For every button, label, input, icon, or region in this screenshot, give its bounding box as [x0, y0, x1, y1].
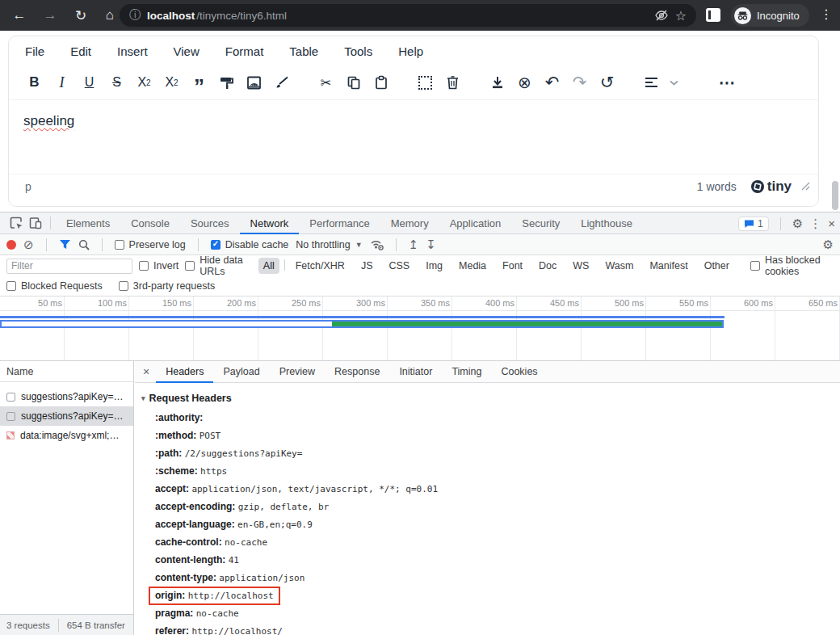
delete-icon[interactable] — [442, 72, 464, 94]
filter-input[interactable] — [6, 259, 132, 274]
checkbox-unchecked[interactable] — [6, 281, 16, 291]
request-row[interactable]: suggestions?apiKey=… — [0, 387, 133, 406]
paste-icon[interactable] — [370, 72, 392, 94]
request-row[interactable]: data:image/svg+xml;… — [0, 426, 133, 445]
filter-pill[interactable]: Font — [498, 258, 527, 274]
site-info-icon[interactable]: ⓘ — [129, 8, 141, 23]
filter-pill[interactable]: CSS — [384, 258, 414, 274]
align-left-icon[interactable] — [640, 72, 662, 94]
editor-menu-item[interactable]: Format — [225, 44, 264, 58]
insert-media-icon[interactable] — [243, 72, 265, 94]
select-all-icon[interactable] — [414, 72, 436, 94]
filter-pill[interactable]: Doc — [534, 258, 561, 274]
filter-pill[interactable]: WS — [568, 258, 594, 274]
eye-off-icon[interactable] — [654, 8, 669, 23]
underline-button[interactable]: U — [78, 72, 100, 94]
headers-content[interactable]: ▾ Request Headers :authority: — [135, 384, 830, 635]
editor-menu-item[interactable]: Help — [398, 44, 423, 58]
has-blocked-cookies-checkbox[interactable]: Has blocked cookies — [750, 254, 834, 277]
editor-menu-item[interactable]: File — [25, 44, 44, 58]
element-path[interactable]: p — [25, 180, 32, 193]
clear-icon[interactable]: ⊘ — [23, 238, 34, 252]
copy-icon[interactable] — [342, 72, 364, 94]
devtools-tab[interactable]: Sources — [180, 212, 240, 234]
filter-pill[interactable]: All — [258, 258, 279, 274]
disable-cache-checkbox[interactable]: Disable cache — [211, 239, 289, 250]
resize-handle[interactable] — [801, 182, 810, 191]
undo-icon[interactable]: ↶ — [541, 72, 563, 94]
reload-button[interactable]: ↻ — [71, 6, 90, 25]
filter-pill[interactable]: Fetch/XHR — [291, 258, 350, 274]
more-button[interactable]: ⋯ — [716, 72, 738, 94]
request-row[interactable]: suggestions?apiKey=… — [0, 406, 133, 426]
export-icon[interactable] — [486, 72, 508, 94]
requests-column-header[interactable]: Name — [0, 361, 133, 382]
filter-pill[interactable]: JS — [356, 258, 378, 274]
issues-badge[interactable]: 1 — [738, 217, 769, 231]
record-button[interactable] — [6, 240, 16, 250]
devtools-tab[interactable]: Elements — [56, 212, 120, 234]
third-party-requests-checkbox[interactable]: 3rd-party requests — [119, 280, 215, 292]
devtools-tab[interactable]: Network — [240, 212, 300, 234]
address-bar[interactable]: ⓘ localhost /tinymce/tiny6.html ☆ — [120, 4, 696, 27]
strikethrough-button[interactable]: S — [106, 72, 128, 94]
back-button[interactable]: ← — [10, 6, 29, 25]
editor-menu-item[interactable]: Insert — [117, 44, 148, 58]
checkbox-unchecked[interactable] — [115, 240, 124, 250]
page-scrollbar[interactable] — [832, 181, 838, 210]
highlight-brush-icon[interactable] — [271, 72, 292, 94]
details-tab[interactable]: Cookies — [491, 361, 547, 383]
invert-checkbox[interactable]: Invert — [139, 260, 178, 271]
blockquote-button[interactable]: ” — [188, 72, 210, 94]
subscript-button[interactable]: X2 — [133, 72, 155, 94]
details-tab[interactable]: Preview — [270, 361, 325, 383]
filter-pill[interactable]: Media — [454, 258, 491, 274]
misspelled-word[interactable]: speeling — [23, 113, 74, 128]
devtools-close-icon[interactable]: × — [828, 217, 835, 230]
filter-pill[interactable]: Wasm — [600, 258, 638, 274]
details-tab[interactable]: Initiator — [389, 361, 442, 383]
filter-pill[interactable]: Other — [699, 258, 734, 274]
devtools-tab[interactable]: Lighthouse — [570, 212, 643, 234]
cut-icon[interactable]: ✂ — [315, 72, 337, 94]
network-settings-icon[interactable]: ⚙ — [823, 238, 834, 252]
editor-menu-item[interactable]: Tools — [344, 44, 372, 58]
editor-menu-item[interactable]: Edit — [70, 44, 91, 58]
editor-menu-item[interactable]: Table — [289, 44, 318, 58]
checkbox-unchecked[interactable] — [750, 261, 760, 271]
details-tab[interactable]: Payload — [213, 361, 269, 383]
hide-data-urls-checkbox[interactable]: Hide data URLs — [185, 254, 252, 277]
network-conditions-icon[interactable] — [370, 239, 384, 250]
disclosure-triangle-icon[interactable]: ▾ — [141, 394, 145, 402]
checkbox-checked[interactable] — [211, 240, 220, 250]
device-toolbar-icon[interactable] — [26, 215, 45, 231]
filter-pill[interactable]: Manifest — [645, 258, 692, 274]
restore-draft-icon[interactable]: ↺ — [596, 72, 618, 94]
editor-menu-item[interactable]: View — [174, 44, 200, 58]
devtools-tab[interactable]: Application — [439, 212, 512, 234]
filter-pill[interactable]: Img — [421, 258, 447, 274]
devtools-menu-icon[interactable]: ⋮ — [809, 217, 821, 231]
tiny-branding[interactable]: tiny — [751, 179, 792, 195]
details-close-icon[interactable]: × — [143, 365, 149, 378]
superscript-button[interactable]: X2 — [161, 72, 183, 94]
export-har-icon[interactable]: ↧ — [426, 238, 436, 252]
checkbox-unchecked[interactable] — [139, 261, 149, 271]
chevron-down-icon[interactable] — [668, 72, 679, 94]
home-button[interactable]: ⌂ — [100, 6, 120, 25]
search-icon[interactable] — [78, 239, 90, 250]
redo-icon[interactable]: ↷ — [569, 72, 590, 94]
devtools-tab[interactable]: Security — [511, 212, 570, 234]
word-count[interactable]: 1 words — [697, 180, 737, 193]
italic-button[interactable]: I — [51, 72, 73, 94]
bold-button[interactable]: B — [23, 72, 45, 94]
devtools-tab[interactable]: Performance — [299, 212, 380, 234]
side-panel-icon[interactable] — [706, 8, 720, 22]
filter-funnel-icon[interactable] — [59, 239, 71, 250]
devtools-tab[interactable]: Memory — [380, 212, 439, 234]
request-headers-section[interactable]: ▾ Request Headers — [141, 393, 830, 404]
inspect-element-icon[interactable] — [6, 215, 26, 231]
checkbox-unchecked[interactable] — [119, 281, 128, 291]
devtools-settings-icon[interactable]: ⚙ — [792, 217, 803, 231]
details-tab[interactable]: Response — [325, 361, 389, 383]
